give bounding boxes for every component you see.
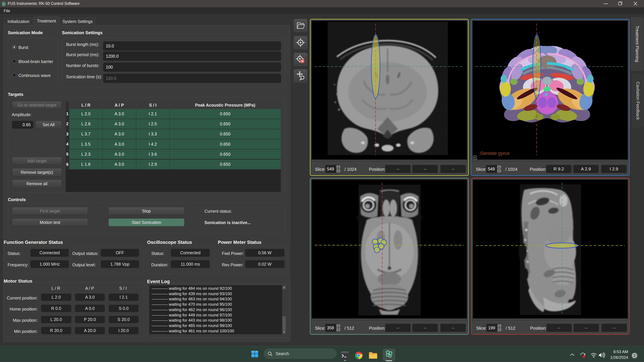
svg-text:Dentate gyrus: Dentate gyrus <box>480 151 510 156</box>
svg-text:A: A <box>474 156 476 159</box>
